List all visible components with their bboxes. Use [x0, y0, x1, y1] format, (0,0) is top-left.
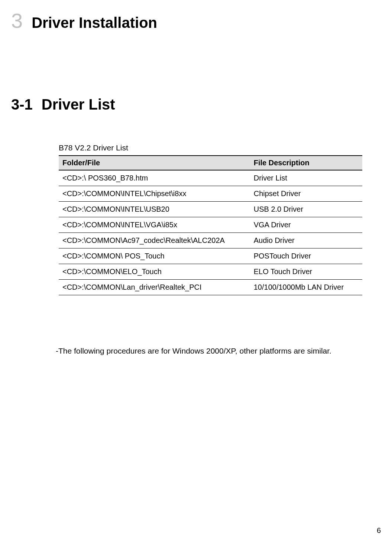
- page-number: 6: [377, 526, 381, 535]
- driver-table: Folder/File File Description <CD>:\ POS3…: [59, 155, 362, 295]
- table-cell-description: Driver List: [250, 170, 362, 186]
- table-row: <CD>:\COMMON\INTEL\USB20 USB 2.0 Driver: [59, 202, 362, 217]
- table-cell-description: Audio Driver: [250, 233, 362, 248]
- note-text: -The following procedures are for Window…: [0, 347, 392, 355]
- table-header-row: Folder/File File Description: [59, 156, 362, 170]
- table-cell-folder: <CD>:\COMMON\ POS_Touch: [59, 248, 250, 264]
- table-cell-folder: <CD>:\COMMON\Lan_driver\Realtek_PCI: [59, 280, 250, 295]
- table-cell-description: POSTouch Driver: [250, 248, 362, 264]
- table-row: <CD>:\COMMON\INTEL\Chipset\i8xx Chipset …: [59, 186, 362, 202]
- chapter-header: 3 Driver Installation: [0, 0, 392, 31]
- table-cell-description: Chipset Driver: [250, 186, 362, 202]
- table-cell-description: USB 2.0 Driver: [250, 202, 362, 217]
- table-cell-description: 10/100/1000Mb LAN Driver: [250, 280, 362, 295]
- section-number: 3-1: [11, 96, 33, 113]
- table-cell-folder: <CD>:\COMMON\Ac97_codec\Realtek\ALC202A: [59, 233, 250, 248]
- chapter-title: Driver Installation: [32, 14, 157, 31]
- table-header-description: File Description: [250, 156, 362, 170]
- table-cell-folder: <CD>:\COMMON\INTEL\USB20: [59, 202, 250, 217]
- table-row: <CD>:\COMMON\ELO_Touch ELO Touch Driver: [59, 264, 362, 280]
- table-cell-folder: <CD>:\COMMON\INTEL\VGA\i85x: [59, 217, 250, 233]
- chapter-number: 3: [11, 10, 23, 31]
- section-title: Driver List: [42, 96, 115, 113]
- table-row: <CD>:\ POS360_B78.htm Driver List: [59, 170, 362, 186]
- table-cell-description: VGA Driver: [250, 217, 362, 233]
- table-cell-folder: <CD>:\COMMON\INTEL\Chipset\i8xx: [59, 186, 250, 202]
- table-cell-folder: <CD>:\ POS360_B78.htm: [59, 170, 250, 186]
- table-cell-folder: <CD>:\COMMON\ELO_Touch: [59, 264, 250, 280]
- section-header: 3-1 Driver List: [0, 96, 392, 113]
- table-row: <CD>:\COMMON\Ac97_codec\Realtek\ALC202A …: [59, 233, 362, 248]
- table-caption: B78 V2.2 Driver List: [59, 143, 362, 152]
- table-header-folder: Folder/File: [59, 156, 250, 170]
- table-cell-description: ELO Touch Driver: [250, 264, 362, 280]
- table-row: <CD>:\COMMON\ POS_Touch POSTouch Driver: [59, 248, 362, 264]
- table-row: <CD>:\COMMON\Lan_driver\Realtek_PCI 10/1…: [59, 280, 362, 295]
- table-row: <CD>:\COMMON\INTEL\VGA\i85x VGA Driver: [59, 217, 362, 233]
- content-area: B78 V2.2 Driver List Folder/File File De…: [0, 143, 392, 295]
